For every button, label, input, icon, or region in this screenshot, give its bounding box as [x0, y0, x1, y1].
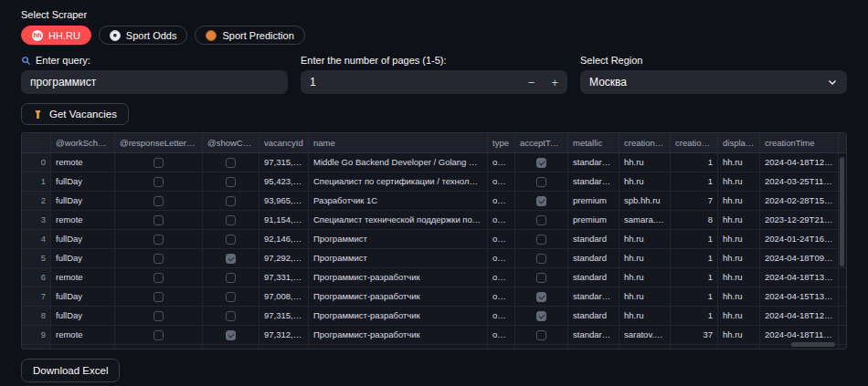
cell-responseLetterRequired[interactable] — [115, 326, 203, 344]
checkbox-acceptTemporary-unchecked[interactable] — [536, 349, 546, 350]
cell-showContact[interactable] — [203, 287, 259, 306]
column-header-workSchedule[interactable]: @workSchedule — [51, 133, 115, 152]
checkbox-responseLetterRequired-unchecked[interactable] — [153, 215, 164, 225]
cell-workSchedule[interactable]: fullDay — [51, 307, 115, 325]
cell-creationSite[interactable]: samara.hh.ru — [619, 211, 671, 229]
cell-idx[interactable]: 7 — [22, 287, 51, 306]
cell-vacancyId[interactable]: 92,146,885 — [259, 230, 309, 248]
checkbox-acceptTemporary-checked[interactable] — [536, 311, 546, 321]
checkbox-showContact-unchecked[interactable] — [226, 311, 236, 321]
cell-creationTime[interactable]: 2024-04-18T12:19:26.93 — [760, 153, 839, 172]
cell-showContact[interactable] — [203, 211, 259, 229]
cell-creationSite[interactable]: hh.ru — [619, 172, 671, 191]
cell-workSchedule[interactable]: fullDay — [51, 345, 115, 349]
cell-type[interactable]: open — [488, 307, 515, 325]
cell-displayHost[interactable]: hh.ru — [718, 172, 760, 191]
cell-metallic[interactable]: standard_plus — [568, 287, 619, 306]
cell-idx[interactable]: 5 — [22, 249, 51, 267]
cell-metallic[interactable]: standard_plus — [568, 172, 619, 191]
cell-creationTime[interactable]: 2024-02-28T15:59:53.84 — [760, 192, 839, 210]
cell-responseLetterRequired[interactable] — [115, 192, 203, 210]
checkbox-responseLetterRequired-unchecked[interactable] — [153, 349, 164, 350]
cell-name[interactable]: Программист-разработчик — [309, 326, 488, 344]
checkbox-responseLetterRequired-unchecked[interactable] — [153, 292, 164, 302]
cell-idx[interactable]: 8 — [22, 307, 51, 325]
cell-creationSite[interactable]: hh.ru — [619, 307, 671, 325]
column-header-creationSiteId[interactable]: creationSiteId — [671, 133, 718, 152]
cell-idx[interactable]: 4 — [22, 230, 51, 248]
cell-creationSite[interactable]: hh.ru — [619, 153, 671, 172]
cell-displayHost[interactable]: hh.ru — [718, 211, 760, 229]
decrement-button[interactable]: − — [528, 77, 535, 89]
cell-creationTime[interactable]: 2024-04-18T12:18:42.40 — [760, 307, 839, 325]
cell-vacancyId[interactable]: 93,965,007 — [259, 192, 309, 210]
cell-idx[interactable]: 2 — [22, 192, 51, 210]
cell-name[interactable]: Программист — [309, 230, 488, 248]
cell-workSchedule[interactable]: remote — [51, 326, 115, 344]
cell-workSchedule[interactable]: fullDay — [51, 249, 115, 267]
column-header-displayHost[interactable]: displayHost — [718, 133, 760, 152]
cell-responseLetterRequired[interactable] — [115, 268, 203, 287]
cell-vacancyId[interactable]: 97,312,888 — [259, 326, 309, 344]
download-excel-button[interactable]: Download Excel — [21, 359, 120, 382]
cell-acceptTemporary[interactable] — [515, 172, 568, 191]
cell-creationSiteId[interactable]: 1 — [671, 230, 718, 248]
vertical-scrollbar[interactable] — [838, 155, 845, 346]
region-select[interactable]: Москва — [580, 70, 847, 94]
cell-idx[interactable]: 6 — [22, 268, 51, 287]
column-header-creationSite[interactable]: creationSite — [619, 133, 671, 152]
cell-displayHost[interactable] — [718, 345, 760, 349]
cell-metallic[interactable]: standard — [568, 249, 619, 267]
checkbox-showContact-checked[interactable] — [226, 254, 236, 264]
cell-creationSiteId[interactable]: 1 — [671, 153, 718, 172]
cell-showContact[interactable] — [203, 153, 259, 172]
cell-creationSiteId[interactable]: 1 — [671, 249, 718, 267]
cell-vacancyId[interactable] — [259, 345, 309, 349]
checkbox-responseLetterRequired-unchecked[interactable] — [153, 330, 164, 340]
cell-responseLetterRequired[interactable] — [115, 172, 203, 191]
cell-responseLetterRequired[interactable] — [115, 345, 203, 349]
cell-creationSite[interactable]: hh.ru — [619, 268, 671, 287]
cell-acceptTemporary[interactable] — [515, 153, 568, 172]
cell-responseLetterRequired[interactable] — [115, 287, 203, 306]
cell-creationSiteId[interactable]: 8 — [671, 211, 718, 229]
cell-name[interactable]: Программист-разработчик — [309, 268, 488, 287]
cell-acceptTemporary[interactable] — [515, 307, 568, 325]
cell-showContact[interactable] — [203, 345, 259, 349]
horizontal-scrollbar[interactable] — [780, 342, 835, 347]
cell-creationSiteId[interactable]: 37 — [671, 326, 718, 344]
cell-showContact[interactable] — [203, 326, 259, 344]
cell-creationTime[interactable]: 2024-04-15T13:08:03.24 — [760, 287, 839, 306]
cell-type[interactable]: open — [488, 192, 515, 210]
checkbox-acceptTemporary-checked[interactable] — [536, 196, 546, 206]
cell-type[interactable]: open — [488, 153, 515, 172]
cell-displayHost[interactable]: hh.ru — [718, 287, 760, 306]
cell-metallic[interactable]: standard_plus — [568, 153, 619, 172]
cell-idx[interactable]: 0 — [22, 153, 51, 172]
column-header-type[interactable]: type — [488, 133, 515, 152]
cell-displayHost[interactable]: hh.ru — [718, 153, 760, 172]
cell-metallic[interactable]: standard_plus — [568, 326, 619, 344]
checkbox-responseLetterRequired-unchecked[interactable] — [153, 158, 164, 168]
checkbox-showContact-unchecked[interactable] — [226, 292, 236, 302]
column-header-creationTime[interactable]: creationTime — [760, 133, 839, 152]
cell-name[interactable]: Программист-разработчик — [309, 307, 488, 325]
checkbox-showContact-unchecked[interactable] — [226, 273, 236, 283]
checkbox-showContact-unchecked[interactable] — [226, 177, 236, 187]
column-header-idx[interactable] — [22, 133, 51, 152]
cell-workSchedule[interactable]: fullDay — [51, 192, 115, 210]
cell-vacancyId[interactable]: 97,315,336 — [259, 307, 309, 325]
checkbox-responseLetterRequired-unchecked[interactable] — [153, 254, 164, 264]
cell-acceptTemporary[interactable] — [515, 345, 568, 349]
column-header-name[interactable]: name — [309, 133, 488, 152]
cell-workSchedule[interactable]: fullDay — [51, 287, 115, 306]
checkbox-acceptTemporary-checked[interactable] — [536, 158, 546, 168]
cell-creationSite[interactable]: hh.ru — [619, 249, 671, 267]
cell-vacancyId[interactable]: 97,008,471 — [259, 287, 309, 306]
cell-showContact[interactable] — [203, 249, 259, 267]
cell-displayHost[interactable]: hh.ru — [718, 230, 760, 248]
cell-showContact[interactable] — [203, 192, 259, 210]
cell-displayHost[interactable]: hh.ru — [718, 326, 760, 344]
checkbox-acceptTemporary-unchecked[interactable] — [536, 235, 546, 245]
checkbox-responseLetterRequired-unchecked[interactable] — [153, 196, 164, 206]
